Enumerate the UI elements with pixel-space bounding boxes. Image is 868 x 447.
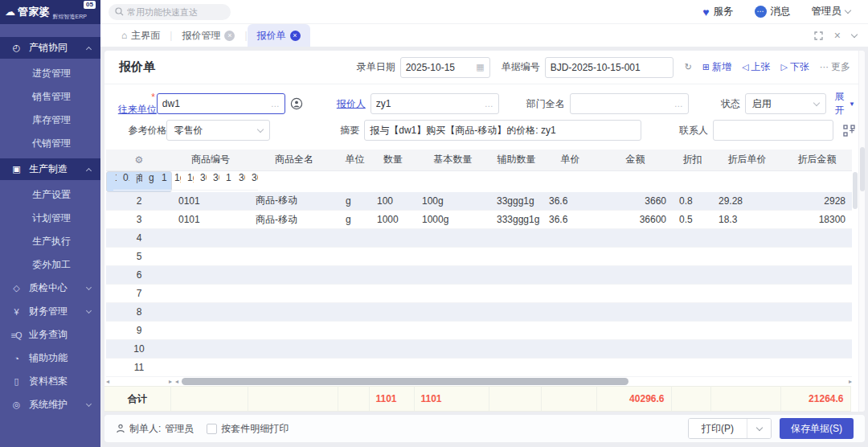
table-row[interactable]: 8 (106, 303, 852, 322)
contact-input[interactable] (719, 125, 828, 136)
scroll-right-arrow[interactable]: ▸ (169, 378, 172, 385)
message-menu[interactable]: ⋯ 消息 (755, 5, 791, 18)
sidebar-item-plan-mgmt[interactable]: 计划管理 (0, 207, 100, 230)
column-settings[interactable]: ⚙ (106, 150, 172, 170)
doc-no-field[interactable] (545, 57, 674, 78)
gear-icon[interactable]: ⚙ (135, 154, 144, 166)
column-header[interactable]: 单价 (542, 150, 598, 170)
column-header[interactable]: 基本数量 (416, 150, 490, 170)
table-row[interactable]: 11 (106, 359, 852, 377)
qr-scan-icon[interactable] (843, 125, 855, 137)
sidebar-item-system-maintenance[interactable]: ◎系统维护 (0, 393, 100, 416)
collapse-icon[interactable] (852, 35, 857, 37)
table-row[interactable]: 10101商品-移动g11g1g36.636.6136.636.6 (106, 171, 172, 192)
summary-field[interactable] (364, 120, 641, 141)
quoter-label[interactable]: 报价人 (337, 97, 366, 111)
table-row[interactable]: 6 (106, 266, 852, 285)
sidebar-item-production-mfg[interactable]: ▣生产制造 (0, 158, 100, 180)
close-icon[interactable]: × (290, 31, 301, 41)
doc-no-input[interactable] (551, 62, 668, 73)
sidebar-item-consignment-mgmt[interactable]: 代销管理 (0, 132, 100, 155)
department-input[interactable] (575, 98, 672, 109)
contact-field[interactable] (713, 120, 833, 141)
scroll-right-arrow[interactable]: ▸ (849, 378, 852, 385)
sidebar-item-outsourcing[interactable]: 委外加工 (0, 253, 100, 277)
sidebar-item-inventory-mgmt[interactable]: 库存管理 (0, 109, 100, 132)
sidebar-item-label: 业务查询 (29, 328, 92, 342)
ellipsis-icon[interactable]: … (485, 99, 493, 109)
column-header[interactable]: 折扣 (673, 150, 712, 170)
table-row[interactable]: 7 (106, 285, 852, 303)
sidebar-item-data-archives[interactable]: ▯资料档案 (0, 370, 100, 393)
sidebar-item-purchase-mgmt[interactable]: 进货管理 (0, 62, 100, 85)
logo-version-badge: 05 (84, 1, 96, 9)
save-button[interactable]: 保存单据(S) (780, 418, 854, 439)
table-row[interactable]: 5 (106, 248, 852, 266)
column-header[interactable]: 折后金额 (782, 150, 852, 170)
column-header[interactable]: 折后单价 (712, 150, 782, 170)
column-header[interactable]: 数量 (371, 150, 416, 170)
partner-label[interactable]: 往来单位 (118, 104, 157, 115)
ellipsis-icon[interactable]: … (674, 99, 683, 109)
new-button[interactable]: ⊞ 新增 (702, 60, 731, 74)
shield-icon: ◇ (10, 283, 23, 293)
horizontal-scrollbar[interactable]: ◂ ▸ ◂ ▸ (104, 377, 865, 386)
sidebar-item-auxiliary-functions[interactable]: ◔辅助功能 (0, 347, 100, 370)
scroll-left-arrow[interactable]: ◂ (106, 378, 109, 385)
hand-coin-icon: ◔ (10, 354, 23, 363)
quoter-input[interactable] (376, 98, 482, 109)
tab-quote-management[interactable]: 报价管理 × (172, 24, 244, 47)
sidebar-item-business-query[interactable]: ≡Q业务查询 (0, 323, 100, 347)
tab-home[interactable]: ⌂ 主界面 (112, 24, 170, 47)
user-menu[interactable]: 管理员 (812, 5, 851, 18)
tab-quote-form[interactable]: 报价单 × (248, 24, 310, 47)
sidebar-item-sales-mgmt[interactable]: 销售管理 (0, 85, 100, 109)
column-header[interactable]: 金额 (598, 150, 673, 170)
table-row[interactable]: 9 (106, 322, 852, 340)
sidebar-item-finance-mgmt[interactable]: ¥财务管理 (0, 300, 100, 323)
summary-input[interactable] (370, 125, 636, 136)
contact-avatar-icon[interactable] (290, 97, 303, 110)
sidebar-item-sales-purchase-collab[interactable]: ◴产销协同 (0, 37, 100, 59)
scrollbar-thumb[interactable] (182, 378, 628, 385)
calendar-icon[interactable]: ▦ (476, 62, 484, 72)
maximize-icon[interactable] (814, 31, 823, 40)
sidebar-item-label: 质检中心 (29, 281, 87, 295)
column-header[interactable]: 辅助数量 (490, 150, 542, 170)
partner-input[interactable] (162, 98, 268, 109)
partner-field[interactable]: … (157, 93, 285, 114)
ref-price-select[interactable]: 零售价 (166, 120, 270, 141)
sidebar-item-production-exec[interactable]: 生产执行 (0, 230, 100, 253)
sidebar-item-qc-center[interactable]: ◇质检中心 (0, 277, 100, 300)
quoter-field[interactable]: … (371, 93, 499, 114)
prev-doc-button[interactable]: ◁ 上张 (742, 60, 770, 74)
next-doc-button[interactable]: ▷ 下张 (781, 60, 809, 74)
column-header[interactable]: 商品全名 (249, 150, 339, 170)
more-button[interactable]: ⋯ 更多 (820, 60, 850, 74)
table-row[interactable]: 10 (106, 340, 852, 359)
close-icon[interactable]: × (224, 31, 235, 41)
scroll-left-arrow[interactable]: ◂ (175, 378, 178, 385)
status-select[interactable]: 启用 (745, 93, 827, 114)
print-by-kit-checkbox[interactable] (207, 424, 217, 434)
print-button[interactable]: 打印(P) (689, 419, 747, 438)
ellipsis-icon[interactable]: … (271, 99, 280, 109)
close-icon[interactable]: × (834, 30, 841, 41)
refresh-button[interactable]: ↻ (685, 62, 692, 72)
sidebar-item-production-setup[interactable]: 生产设置 (0, 183, 100, 207)
quick-search[interactable] (108, 4, 231, 20)
print-options-button[interactable] (747, 419, 771, 438)
next-icon: ▷ (781, 62, 788, 72)
table-row[interactable]: 30101商品-移动g10001000g333ggg1g36.6366000.5… (106, 211, 852, 229)
date-field[interactable]: ▦ (400, 57, 490, 78)
search-input[interactable] (127, 7, 215, 17)
vertical-scrollbar[interactable] (853, 170, 858, 377)
table-row[interactable]: 20101商品-移动g100100g33ggg1g36.636600.829.2… (106, 192, 852, 211)
service-menu[interactable]: ♥ 服务 (702, 5, 733, 18)
department-field[interactable]: … (570, 93, 689, 114)
date-input[interactable] (406, 62, 474, 73)
expand-toggle[interactable]: 展开 ▼ (834, 90, 855, 117)
column-header[interactable]: 单位 (339, 150, 371, 170)
table-row[interactable]: 4 (106, 229, 852, 248)
column-header[interactable]: 商品编号 (172, 150, 249, 170)
